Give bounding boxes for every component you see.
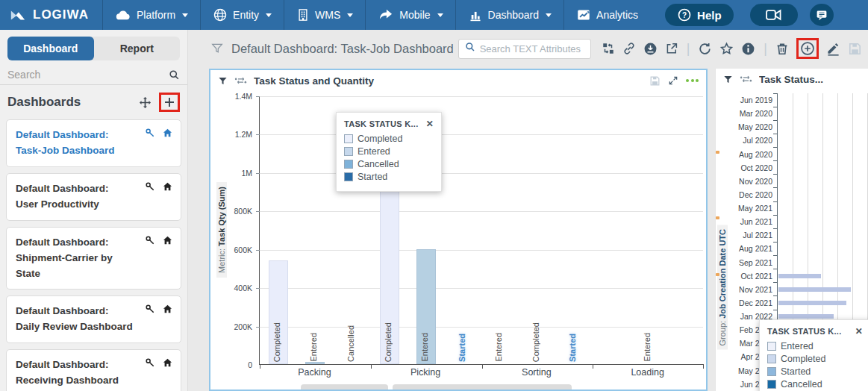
home-icon[interactable] [162,304,173,314]
axis-tick [773,120,777,121]
download-icon[interactable] [643,42,658,56]
chat-button[interactable] [810,4,834,26]
video-camera-button[interactable] [750,4,798,26]
nav-mobile[interactable]: Mobile [365,0,455,30]
bar-entered[interactable] [305,362,325,364]
widget-task-status-by-date[interactable]: Task Status... Group: Job Creation Date … [715,69,868,391]
key-icon[interactable] [145,357,155,368]
home-icon[interactable] [162,181,173,192]
swap-icon[interactable] [234,76,247,85]
y-tick-label: 0 [248,360,252,369]
legend-item[interactable]: Completed [767,354,863,364]
move-icon[interactable] [138,96,152,110]
bar[interactable] [778,274,821,278]
tab-dashboard[interactable]: Dashboard [7,37,94,60]
info-icon[interactable] [741,42,755,56]
scrollbar-piece[interactable] [393,384,572,390]
list-item-shipment-carrier[interactable]: Default Dashboard: Shipment-Carrier by S… [6,227,181,290]
delete-icon[interactable] [775,42,789,56]
help-label: Help [697,9,722,22]
nav-analytics[interactable]: Analytics [563,0,650,30]
save-icon[interactable] [649,75,661,87]
close-icon[interactable]: ✕ [426,119,434,129]
y-tick-label: 200K [234,322,252,331]
widget-task-status-quantity[interactable]: Task Status and Quantity Metric: Task Qt… [209,69,708,391]
sidebar-search-input[interactable] [7,69,169,81]
bar[interactable] [778,287,851,292]
chevron-down-icon [347,13,353,17]
chart-row: May 2021 [725,201,868,215]
legend-swatch [344,134,353,143]
edit-icon[interactable] [826,42,840,56]
axis-tick [773,255,777,256]
nav-entity[interactable]: Entity [200,0,284,30]
legend-item[interactable]: Cancelled [344,159,434,169]
axis-tick [256,173,260,174]
close-icon[interactable]: ✕ [855,326,863,337]
tab-report[interactable]: Report [94,37,181,60]
key-icon[interactable] [145,181,155,192]
swap-icon[interactable] [740,75,752,84]
legend-item[interactable]: Entered [767,341,863,351]
date-label: Jul 2020 [725,134,777,147]
logiwa-logo[interactable]: LOGIWA [0,0,102,30]
dashboard-header: Default Dashboard: Task-Job Dashboard | … [188,30,868,67]
legend-label: Entered [357,146,390,157]
external-link-icon[interactable] [665,42,678,55]
link-icon[interactable] [622,42,636,55]
axis-tick [256,96,260,97]
nav-dashboard[interactable]: Dashboard [455,0,564,30]
refresh-icon[interactable] [698,42,712,56]
scrollbar-piece[interactable] [301,384,388,390]
filter-icon[interactable] [210,42,224,55]
more-menu-icon[interactable] [686,79,699,82]
home-icon[interactable] [162,357,173,368]
arrange-widgets-icon[interactable] [602,42,615,55]
gridline [260,327,703,328]
bar-area [777,134,868,147]
search-icon[interactable] [169,69,180,81]
legend-swatch [767,342,776,351]
chart-row: Sep 2021 [725,256,868,269]
help-button[interactable]: ? Help [665,4,734,26]
filter-icon[interactable] [723,75,733,84]
bar-label: Started [458,334,466,362]
list-item-task-job-dashboard[interactable]: Default Dashboard: Task-Job Dashboard [6,119,181,167]
bar[interactable] [778,314,834,319]
plus-icon[interactable] [163,96,176,109]
favorite-star-icon[interactable] [719,42,734,56]
legend-items: EnteredCompletedStartedCancelled [767,341,863,390]
list-item-daily-review[interactable]: Default Dashboard: Daily Review Dashboar… [6,295,181,343]
date-label: Sep 2021 [725,256,777,269]
expand-icon[interactable] [668,75,678,86]
list-item-user-productivity[interactable]: Default Dashboard: User Productivity [6,173,181,221]
key-icon[interactable] [145,128,155,138]
gridline [260,173,703,174]
filter-icon[interactable] [218,76,228,86]
legend-item[interactable]: Entered [344,146,434,157]
legend-item[interactable]: Cancelled [767,379,863,390]
gridline [260,96,703,97]
bar-label: Completed [531,322,540,362]
bar[interactable] [778,301,846,305]
x-category-label: Picking [370,367,481,378]
dashboards-heading: Dashboards [7,95,138,110]
chart-row: Mar 2020 [725,107,868,120]
home-icon[interactable] [162,235,173,245]
toolbar-divider: | [764,41,767,57]
legend-popup: TASK STATUS K... ✕ EnteredCompletedStart… [759,319,868,391]
legend-item[interactable]: Started [767,366,863,377]
key-icon[interactable] [145,235,155,245]
nav-wms[interactable]: WMS [284,0,365,30]
chart-row: Aug 2021 [725,242,868,255]
y-tick-label: 800K [234,207,252,216]
legend-item[interactable]: Completed [344,134,434,144]
save-icon[interactable] [848,42,862,56]
key-icon[interactable] [145,304,155,314]
nav-platform[interactable]: Platform [102,0,200,30]
list-item-receiving[interactable]: Default Dashboard: Receiving Dashboard [6,349,181,391]
text-attribute-search-input[interactable] [480,43,584,54]
add-widget-icon[interactable] [800,41,815,56]
legend-item[interactable]: Started [344,172,434,182]
home-icon[interactable] [162,128,173,138]
